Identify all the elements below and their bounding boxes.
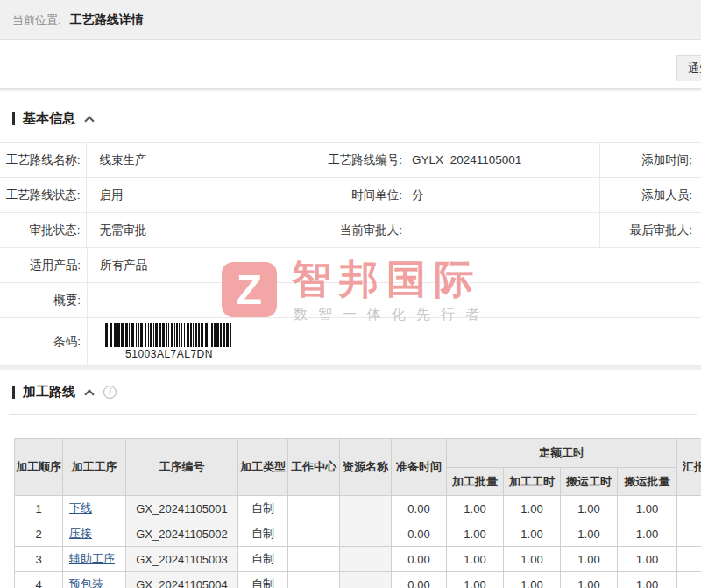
col-header-work-time: 加工工时 bbox=[504, 468, 561, 496]
cell-code: GX_20241105004 bbox=[126, 572, 238, 588]
cell-type: 自制 bbox=[238, 496, 288, 521]
cell-code: GX_20241105001 bbox=[126, 496, 238, 521]
cell-batch: 1.00 bbox=[447, 547, 504, 572]
field-value: GYLX_20241105001 bbox=[402, 153, 521, 166]
cell-seq: 4 bbox=[15, 572, 63, 588]
col-header-code: 工序编号 bbox=[126, 439, 238, 496]
process-route-table-wrap: 加工顺序 加工工序 工序编号 加工类型 工作中心 资源名称 准备时间 定额工时 … bbox=[14, 438, 701, 588]
process-link[interactable]: 压接 bbox=[69, 527, 92, 540]
cell-report bbox=[677, 521, 701, 547]
notify-button[interactable]: 通知 bbox=[676, 55, 701, 81]
info-row: 审批状态: 无需审批 当前审批人: 最后审批人: bbox=[0, 213, 701, 248]
field-value: 分 bbox=[402, 188, 424, 203]
route-divider bbox=[9, 414, 697, 415]
cell-type: 自制 bbox=[238, 572, 288, 588]
field-label: 添加时间: bbox=[600, 152, 692, 168]
field-value: 线束生产 bbox=[87, 152, 294, 168]
barcode-row: 条码: 51003AL7AL7DN bbox=[0, 318, 701, 366]
cell-batch: 1.00 bbox=[447, 572, 504, 588]
barcode: 51003AL7AL7DN bbox=[100, 323, 238, 360]
field-value: 无需审批 bbox=[87, 223, 294, 238]
field-label: 工艺路线状态: bbox=[0, 178, 87, 212]
barcode-bars bbox=[100, 323, 238, 347]
cell-code: GX_20241105002 bbox=[126, 521, 238, 547]
field-value: 启用 bbox=[87, 188, 294, 203]
cell-prep-time: 0.00 bbox=[392, 496, 447, 521]
col-header-batch: 加工批量 bbox=[447, 468, 504, 496]
cell-resource bbox=[340, 572, 392, 588]
col-header-move-time: 搬运工时 bbox=[561, 468, 618, 496]
col-header-move-batch: 搬运批量 bbox=[618, 468, 677, 496]
process-route-header: 加工路线 i bbox=[12, 384, 117, 400]
breadcrumb-label: 当前位置: bbox=[12, 12, 61, 28]
cell-prep-time: 0.00 bbox=[392, 521, 447, 547]
cell-move-batch: 1.00 bbox=[618, 521, 677, 547]
grid-bottom-band bbox=[0, 366, 701, 370]
cell-type: 自制 bbox=[238, 521, 288, 547]
col-header-quota-group: 定额工时 bbox=[447, 439, 677, 468]
cell-move-batch: 1.00 bbox=[618, 547, 677, 572]
cell-work-center bbox=[288, 572, 340, 588]
section-divider bbox=[0, 88, 701, 91]
cell-work-time: 1.00 bbox=[504, 547, 561, 572]
cell-type: 自制 bbox=[238, 547, 288, 572]
cell-work-center bbox=[288, 521, 340, 547]
cell-work-time: 1.00 bbox=[504, 521, 561, 547]
cell-move-batch: 1.00 bbox=[618, 572, 677, 588]
cell-work-center bbox=[288, 496, 340, 521]
field-label: 时间单位: bbox=[294, 188, 402, 203]
field-label: 审批状态: bbox=[0, 213, 87, 247]
process-link[interactable]: 下线 bbox=[69, 501, 92, 514]
process-route-table: 加工顺序 加工工序 工序编号 加工类型 工作中心 资源名称 准备时间 定额工时 … bbox=[14, 438, 701, 588]
info-row: 工艺路线名称: 线束生产 工艺路线编号: GYLX_20241105001 添加… bbox=[0, 143, 701, 178]
field-label: 适用产品: bbox=[0, 248, 88, 282]
section-bar bbox=[12, 112, 15, 125]
info-row: 适用产品: 所有产品 bbox=[0, 248, 701, 283]
barcode-value: 51003AL7AL7DN bbox=[100, 348, 238, 360]
cell-move-time: 1.00 bbox=[561, 496, 618, 521]
breadcrumb-current: 工艺路线详情 bbox=[70, 12, 144, 28]
process-route-detail-page: 当前位置: 工艺路线详情 通知 基本信息 工艺路线名称: 线束生产 工艺路线编号… bbox=[0, 0, 701, 588]
col-header-resource: 资源名称 bbox=[340, 439, 392, 496]
cell-move-time: 1.00 bbox=[561, 547, 618, 572]
col-header-report: 汇报 bbox=[677, 439, 701, 496]
cell-work-center bbox=[288, 547, 340, 572]
field-label: 工艺路线名称: bbox=[0, 143, 87, 177]
col-header-type: 加工类型 bbox=[238, 439, 288, 496]
field-label: 添加人员: bbox=[600, 188, 692, 203]
col-header-work-center: 工作中心 bbox=[288, 439, 340, 496]
collapse-chevron-icon[interactable] bbox=[84, 116, 94, 125]
info-row: 工艺路线状态: 启用 时间单位: 分 添加人员: bbox=[0, 178, 701, 213]
cell-report bbox=[677, 496, 701, 521]
field-label: 最后审批人: bbox=[600, 223, 692, 238]
process-route-title: 加工路线 bbox=[23, 384, 75, 400]
table-row: 3 辅助工序 GX_20241105003 自制 0.00 1.00 1.00 … bbox=[15, 547, 701, 572]
process-link[interactable]: 预包装 bbox=[69, 577, 103, 588]
cell-work-time: 1.00 bbox=[504, 496, 561, 521]
cell-prep-time: 0.00 bbox=[392, 572, 447, 588]
process-link[interactable]: 辅助工序 bbox=[69, 552, 115, 565]
toolbar: 通知 bbox=[0, 40, 701, 88]
cell-prep-time: 0.00 bbox=[392, 547, 447, 572]
cell-resource bbox=[340, 496, 392, 521]
cell-resource bbox=[340, 547, 392, 572]
basic-info-title: 基本信息 bbox=[23, 110, 75, 127]
table-row: 1 下线 GX_20241105001 自制 0.00 1.00 1.00 1.… bbox=[15, 496, 701, 521]
cell-seq: 2 bbox=[15, 521, 63, 547]
table-row: 4 预包装 GX_20241105004 自制 0.00 1.00 1.00 1… bbox=[15, 572, 701, 588]
cell-code: GX_20241105003 bbox=[126, 547, 238, 572]
cell-report bbox=[677, 572, 701, 588]
cell-seq: 3 bbox=[15, 547, 63, 572]
breadcrumb: 当前位置: 工艺路线详情 bbox=[0, 0, 701, 40]
collapse-chevron-icon[interactable] bbox=[84, 389, 94, 399]
col-header-seq: 加工顺序 bbox=[15, 439, 63, 496]
field-label: 概要: bbox=[0, 283, 88, 317]
info-icon[interactable]: i bbox=[103, 386, 117, 399]
col-header-prep-time: 准备时间 bbox=[392, 439, 447, 496]
cell-batch: 1.00 bbox=[447, 496, 504, 521]
cell-move-time: 1.00 bbox=[561, 521, 618, 547]
cell-move-time: 1.00 bbox=[561, 572, 618, 588]
cell-work-time: 1.00 bbox=[504, 572, 561, 588]
field-value: 所有产品 bbox=[88, 258, 701, 273]
cell-move-batch: 1.00 bbox=[618, 496, 677, 521]
